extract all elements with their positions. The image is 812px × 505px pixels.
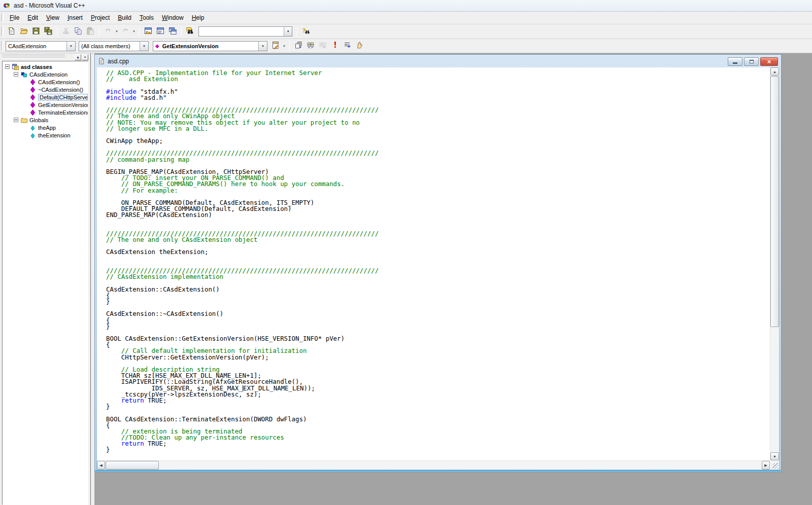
menu-file[interactable]: File (6, 13, 23, 23)
folder-icon (20, 117, 28, 124)
compile-button[interactable] (292, 41, 304, 52)
scroll-right-icon[interactable]: ▶ (762, 461, 770, 470)
build-button[interactable] (304, 41, 317, 52)
menu-tools[interactable]: Tools (136, 13, 158, 23)
wizard-actions-button[interactable] (269, 41, 282, 52)
minimize-button[interactable] (728, 57, 742, 66)
redo-dropdown[interactable]: ▼ (131, 26, 137, 37)
undo-dropdown[interactable]: ▼ (114, 26, 119, 37)
code-editor[interactable]: // ASD.CPP - Implementation file for you… (97, 67, 770, 460)
tree-item-theextension[interactable]: theExtension (3, 131, 88, 139)
restore-button[interactable] (744, 57, 759, 66)
tree-item-getextensionversion-hse-version-info[interactable]: GetExtensionVersion(HSE_VERSION_INFO*) (3, 101, 88, 109)
pane-close-button[interactable]: × (82, 54, 88, 60)
tree-item-globals[interactable]: Globals (3, 116, 88, 124)
workspace-toggle-button[interactable] (142, 26, 154, 37)
toolbar-grip[interactable] (1, 14, 4, 22)
save-icon (32, 27, 40, 37)
go-button[interactable] (341, 41, 353, 52)
build-icon (307, 41, 315, 51)
class-combo[interactable]: CAsdExtension ▼ (6, 41, 76, 51)
menu-edit[interactable]: Edit (23, 13, 42, 23)
vertical-scroll-thumb[interactable] (770, 76, 779, 327)
chevron-down-icon[interactable]: ▼ (140, 42, 148, 51)
tree-item-label: ~CAsdExtension() (38, 87, 83, 93)
class-combo-value: CAsdExtension (6, 43, 66, 49)
redo-icon (121, 27, 129, 37)
paste-button[interactable] (84, 26, 96, 37)
menu-view[interactable]: View (42, 13, 63, 23)
copy-button[interactable] (72, 26, 84, 37)
menu-build[interactable]: Build (114, 13, 136, 23)
menu-insert[interactable]: Insert (63, 13, 87, 23)
code-line: // longer use MFC in a DLL. (106, 125, 770, 131)
menu-help[interactable]: Help (188, 13, 209, 23)
tree-collapse-box[interactable] (14, 118, 18, 122)
menu-window[interactable]: Window (158, 13, 188, 23)
toolbar-grip[interactable] (1, 41, 4, 51)
vcpp-logo-icon (3, 2, 11, 10)
tree-item-casdextension[interactable]: CAsdExtension() (3, 78, 88, 86)
code-line: ISAPIVERIFY(::LoadString(AfxGetResourceH… (106, 378, 770, 384)
function-combo[interactable]: ◆ GetExtensionVersion ▼ (153, 41, 267, 51)
code-line: } (106, 403, 770, 409)
stop-build-icon (319, 41, 327, 51)
find-in-files-button[interactable] (184, 26, 196, 37)
tree-item-label: TerminateExtension(DWORD) (38, 110, 88, 116)
scroll-left-icon[interactable]: ◀ (97, 461, 105, 470)
pane-splitter[interactable] (89, 53, 94, 505)
wizard-bar: CAsdExtension ▼ (All class members) ▼ ◆ … (0, 39, 812, 53)
tree-item-default-chttpservercontext[interactable]: Default(CHttpServerContext*) (3, 93, 88, 101)
horizontal-scroll-thumb[interactable] (106, 461, 159, 470)
break-execution-button[interactable] (353, 41, 365, 52)
open-file-button[interactable] (18, 26, 30, 37)
editor-titlebar[interactable]: asd.cpp × (97, 55, 779, 67)
workspace-toggle-icon (144, 27, 152, 37)
horizontal-scrollbar[interactable]: ◀ ▶ (97, 460, 770, 470)
find-combo-input[interactable] (199, 27, 284, 36)
chevron-down-icon[interactable]: ▼ (284, 27, 292, 36)
toolbar-separator (99, 27, 99, 37)
undo-button[interactable] (102, 26, 114, 37)
toolbar-grip[interactable] (1, 26, 4, 37)
close-button[interactable]: × (760, 57, 778, 66)
code-line: BOOL CAsdExtension::GetExtensionVersion(… (106, 335, 770, 341)
search-query-button[interactable]: ? (300, 26, 312, 37)
pane-dock-button[interactable]: ▴ (75, 54, 81, 60)
chevron-down-icon[interactable]: ▼ (258, 42, 267, 51)
find-combo[interactable]: ▼ (198, 26, 292, 37)
code-line: // Load description string (106, 366, 770, 372)
code-line: BOOL CAsdExtension::TerminateExtension(D… (106, 415, 770, 421)
scroll-down-icon[interactable]: ▼ (770, 452, 779, 460)
redo-button[interactable] (119, 26, 131, 37)
tree-item-casdextension[interactable]: CAsdExtension (3, 70, 88, 78)
save-all-button[interactable] (42, 26, 54, 37)
window-list-button[interactable] (166, 26, 179, 37)
output-toggle-button[interactable] (154, 26, 166, 37)
vertical-scrollbar[interactable]: ▲ ▼ (770, 67, 779, 460)
tree-item-asd-classes[interactable]: asd classes (3, 63, 88, 70)
tree-collapse-box[interactable] (5, 64, 10, 69)
members-combo[interactable]: (All class members) ▼ (79, 41, 149, 51)
pane-header[interactable]: ▴ × (2, 54, 88, 61)
new-text-file-icon (8, 27, 16, 37)
wizard-actions-dropdown[interactable]: ▼ (282, 41, 287, 52)
save-file-button[interactable] (30, 26, 42, 37)
resize-grip[interactable] (772, 463, 779, 469)
tree-collapse-box[interactable] (14, 72, 18, 77)
menu-project[interactable]: Project (87, 13, 114, 23)
chevron-down-icon[interactable]: ▼ (66, 42, 75, 51)
code-line: CAsdExtension::CAsdExtension() (106, 285, 770, 292)
go-icon (343, 41, 351, 51)
code-line: } (106, 446, 770, 452)
stop-build-button[interactable] (317, 41, 329, 52)
cut-button[interactable] (60, 26, 72, 37)
tree-item-theapp[interactable]: theApp (3, 124, 88, 131)
execute-program-button[interactable]: ! (329, 41, 341, 52)
tree-item-terminateextension-dword[interactable]: TerminateExtension(DWORD) (3, 109, 88, 116)
scroll-up-icon[interactable]: ▲ (770, 67, 779, 76)
new-text-file-button[interactable] (6, 26, 18, 37)
code-line: //TODO: Clean up any per-instance resour… (106, 434, 770, 440)
code-line: DEFAULT_PARSE_COMMAND(Default, CAsdExten… (106, 205, 770, 211)
tree-item-casdextension[interactable]: ~CAsdExtension() (3, 86, 88, 93)
